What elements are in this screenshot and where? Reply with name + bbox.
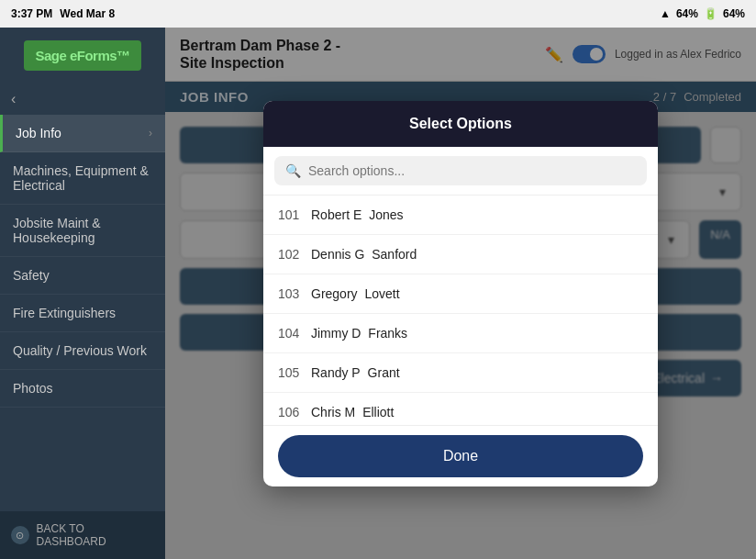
modal-search-area: 🔍: [263, 147, 658, 196]
sidebar-item-extinguishers[interactable]: Fire Extinguishers: [0, 295, 165, 332]
select-options-modal: Select Options 🔍 101 Robert E Jones 102 …: [263, 101, 658, 486]
chevron-right-icon: ›: [149, 127, 152, 140]
date-display: Wed Mar 8: [60, 7, 115, 20]
logo: Sage eForms™: [24, 40, 140, 71]
status-bar: 3:37 PM Wed Mar 8 ▲ 64% 🔋 64%: [0, 0, 756, 28]
option-name: Dennis G Sanford: [311, 247, 417, 262]
option-name: Jimmy D Franks: [311, 326, 407, 341]
battery-level: 64%: [723, 7, 745, 20]
sidebar-item-label: Fire Extinguishers: [13, 306, 116, 320]
option-name: Robert E Jones: [311, 207, 404, 222]
option-name: Chris M Elliott: [311, 405, 394, 419]
list-item[interactable]: 101 Robert E Jones: [263, 196, 658, 235]
sidebar-logo: Sage eForms™: [0, 28, 165, 84]
search-icon: 🔍: [285, 163, 301, 178]
sidebar: Sage eForms™ ‹ Job Info › Machines, Equi…: [0, 28, 165, 559]
modal-title: Select Options: [409, 116, 512, 131]
modal-header: Select Options: [263, 101, 658, 147]
logo-text: Sage eForms™: [35, 48, 129, 63]
sidebar-item-label: Job Info: [16, 126, 61, 140]
wifi-strength: 64%: [676, 7, 698, 20]
done-button[interactable]: Done: [278, 435, 643, 477]
option-number: 103: [278, 286, 311, 301]
list-item[interactable]: 102 Dennis G Sanford: [263, 235, 658, 274]
back-to-dashboard-button[interactable]: ⊙ BACK TO DASHBOARD: [0, 511, 165, 559]
option-number: 102: [278, 247, 311, 262]
sidebar-item-photos[interactable]: Photos: [0, 370, 165, 408]
sidebar-item-label: Quality / Previous Work: [13, 343, 147, 358]
list-item[interactable]: 106 Chris M Elliott: [263, 393, 658, 425]
sidebar-item-safety[interactable]: Safety: [0, 257, 165, 295]
battery-icon: 🔋: [704, 7, 717, 20]
sidebar-item-quality[interactable]: Quality / Previous Work: [0, 332, 165, 370]
back-to-dashboard-label: BACK TO DASHBOARD: [37, 522, 154, 548]
options-list: 101 Robert E Jones 102 Dennis G Sanford …: [263, 196, 658, 425]
option-number: 105: [278, 365, 311, 380]
sidebar-item-machines[interactable]: Machines, Equipment & Electrical: [0, 152, 165, 205]
sidebar-item-label: Photos: [13, 381, 53, 396]
sidebar-item-label: Jobsite Maint & Housekeeping: [13, 216, 152, 245]
sidebar-item-label: Machines, Equipment & Electrical: [13, 163, 152, 193]
back-chevron-icon: ‹: [11, 91, 16, 107]
back-circle-icon: ⊙: [11, 526, 29, 544]
sidebar-back-arrow[interactable]: ‹: [0, 84, 165, 115]
sidebar-item-job-info[interactable]: Job Info ›: [0, 115, 165, 152]
option-name: Gregory Lovett: [311, 286, 400, 301]
option-name: Randy P Grant: [311, 365, 400, 380]
list-item[interactable]: 103 Gregory Lovett: [263, 274, 658, 314]
modal-footer: Done: [263, 425, 658, 486]
sidebar-item-jobsite[interactable]: Jobsite Maint & Housekeeping: [0, 205, 165, 257]
sidebar-item-label: Safety: [13, 268, 50, 283]
option-number: 106: [278, 405, 311, 419]
wifi-icon: ▲: [660, 7, 671, 20]
main-content: Bertram Dam Phase 2 - Site Inspection ✏️…: [165, 28, 756, 559]
option-number: 101: [278, 207, 311, 222]
option-number: 104: [278, 326, 311, 341]
list-item[interactable]: 104 Jimmy D Franks: [263, 314, 658, 353]
time-display: 3:37 PM: [11, 7, 52, 20]
list-item[interactable]: 105 Randy P Grant: [263, 353, 658, 393]
search-input[interactable]: [308, 163, 636, 178]
sidebar-nav: Job Info › Machines, Equipment & Electri…: [0, 115, 165, 511]
modal-overlay: Select Options 🔍 101 Robert E Jones 102 …: [165, 28, 756, 559]
